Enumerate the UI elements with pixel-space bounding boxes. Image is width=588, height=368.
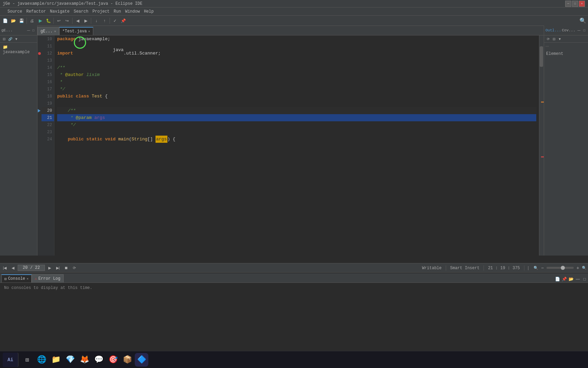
- refresh-btn[interactable]: ⟳: [71, 264, 78, 271]
- maximize-panel-btn[interactable]: □: [31, 28, 36, 33]
- taskbar-chrome-icon[interactable]: 🌐: [35, 353, 48, 367]
- right-minimize-btn[interactable]: —: [577, 28, 582, 33]
- right-view-menu-btn[interactable]: ▼: [557, 36, 562, 42]
- outline-tab[interactable]: Outl...: [545, 28, 561, 32]
- back-btn[interactable]: ◀: [74, 17, 81, 25]
- menu-search[interactable]: Search: [71, 9, 90, 15]
- bp-19: [37, 100, 42, 107]
- last-page-btn[interactable]: ▶|: [54, 264, 61, 271]
- taskbar-eclipse-icon[interactable]: 🔷: [135, 353, 148, 367]
- menu-project[interactable]: Project: [91, 9, 112, 15]
- error-log-icon: ⚠: [35, 276, 37, 281]
- menu-window[interactable]: Window: [123, 9, 142, 15]
- minimize-panel-btn[interactable]: —: [26, 28, 31, 33]
- open-task-btn[interactable]: ✓: [111, 17, 119, 25]
- taskbar-firefox-icon[interactable]: 🦊: [78, 353, 91, 367]
- console-open-btn[interactable]: 📂: [568, 276, 574, 282]
- menu-navigate[interactable]: Navigate: [48, 9, 72, 15]
- prev-page-btn[interactable]: ◀: [10, 264, 16, 271]
- code-24-paren: (: [129, 136, 132, 143]
- new-file-btn[interactable]: 📄: [1, 17, 9, 25]
- code-line-11: [57, 43, 536, 50]
- debug-btn[interactable]: 🐛: [45, 17, 52, 25]
- code-21-sp: [92, 114, 94, 121]
- insert-label: Smart Insert: [450, 266, 479, 271]
- bp-11: [37, 43, 42, 50]
- console-new-btn[interactable]: 📄: [554, 276, 561, 282]
- taskbar-files-icon[interactable]: 📁: [49, 353, 63, 367]
- right-maximize-btn[interactable]: □: [582, 28, 587, 33]
- search-toolbar-btn[interactable]: 🔍: [579, 17, 587, 25]
- cmt-22: */: [57, 121, 76, 128]
- ln-15: 15: [42, 71, 54, 78]
- first-page-btn[interactable]: |◀: [1, 264, 8, 271]
- taskbar-chat-icon[interactable]: 💬: [92, 353, 105, 367]
- undo-btn[interactable]: ↩: [55, 17, 63, 25]
- taskbar-grid-icon[interactable]: ⊞: [20, 353, 34, 367]
- minimize-btn[interactable]: —: [565, 1, 571, 7]
- collapse-all-right-btn[interactable]: ⊟: [551, 36, 557, 42]
- menu-source[interactable]: Source: [5, 9, 24, 15]
- console-minimize-btn[interactable]: —: [574, 276, 581, 282]
- cmt-20: /**: [57, 107, 76, 114]
- collapse-all-btn[interactable]: ⊟: [1, 36, 7, 42]
- scroll-thumb[interactable]: [540, 46, 543, 67]
- close-btn[interactable]: ✕: [579, 1, 585, 7]
- ln-18: 18: [42, 93, 54, 100]
- tab-ge[interactable]: gE... ✕: [37, 27, 59, 35]
- stop-btn[interactable]: ⏹: [63, 264, 69, 271]
- cmt-15a: *: [57, 71, 65, 78]
- zoom-thumb[interactable]: [561, 266, 565, 270]
- line-numbers: 10 11 12 13 14 15 16 17 18 19 20 21 22 2…: [42, 35, 54, 256]
- console-maximize-btn[interactable]: □: [581, 276, 588, 282]
- save-btn[interactable]: 💾: [18, 17, 25, 25]
- tab-test-java-close[interactable]: ✕: [88, 29, 90, 33]
- bp-12[interactable]: [37, 50, 42, 57]
- cmt-15b: lixim: [84, 71, 100, 78]
- package-explorer-header: gE... — □: [0, 26, 37, 35]
- taskbar-ruby-icon[interactable]: 💎: [63, 353, 77, 367]
- redo-btn[interactable]: ↪: [63, 17, 71, 25]
- print-btn[interactable]: 🖨: [28, 17, 36, 25]
- console-pin-btn[interactable]: 📌: [561, 276, 568, 282]
- toolbar-sep-3: [72, 18, 72, 24]
- vertical-scrollbar[interactable]: [539, 35, 544, 256]
- kw-static: static: [86, 136, 102, 143]
- code-content[interactable]: package javaexample; import java: [54, 35, 539, 256]
- tab-test-java[interactable]: *Test.java ✕: [59, 27, 93, 35]
- menu-help[interactable]: Help: [142, 9, 156, 15]
- link-editor-btn[interactable]: 🔗: [7, 36, 13, 42]
- taskbar-target-icon[interactable]: 🎯: [106, 353, 120, 367]
- bp-20[interactable]: [37, 107, 42, 114]
- console-tab[interactable]: ⊡ Console ✕: [1, 274, 32, 282]
- next-annotation-btn[interactable]: ↓: [93, 17, 100, 25]
- error-log-tab[interactable]: ⚠ Error Log: [32, 274, 63, 282]
- zoom-out-btn[interactable]: −: [539, 264, 546, 271]
- sync-btn[interactable]: ⟳: [545, 36, 551, 42]
- console-tab-close[interactable]: ✕: [27, 277, 29, 281]
- pin-btn[interactable]: 📌: [119, 17, 127, 25]
- code-line-13: [57, 57, 536, 64]
- run-btn[interactable]: ▶: [36, 17, 44, 25]
- package-tree-item[interactable]: 📁 javaexample: [1, 44, 36, 55]
- prev-annotation-btn[interactable]: ↑: [101, 17, 108, 25]
- maximize-btn[interactable]: ☐: [572, 1, 578, 7]
- ai-badge[interactable]: Ai: [3, 353, 18, 367]
- package-explorer-tab[interactable]: gE...: [1, 28, 13, 32]
- cmt-17: */: [57, 86, 65, 93]
- menu-run[interactable]: Run: [112, 9, 123, 15]
- bp-21: [37, 114, 42, 121]
- menu-bar: Source Refactor Navigate Search Project …: [0, 7, 588, 16]
- open-btn[interactable]: 📂: [10, 17, 17, 25]
- taskbar-package-icon[interactable]: 📦: [120, 353, 134, 367]
- zoom-slider[interactable]: [546, 267, 574, 269]
- coverage-tab[interactable]: Cov...: [562, 28, 575, 32]
- code-line-17: */: [57, 86, 536, 93]
- menu-refactor[interactable]: Refactor: [24, 9, 48, 15]
- view-menu-btn[interactable]: ▼: [14, 36, 19, 42]
- menu-file[interactable]: [1, 11, 5, 12]
- zoom-in-btn[interactable]: +: [574, 264, 581, 271]
- forward-btn[interactable]: ▶: [82, 17, 89, 25]
- tab-ge-close[interactable]: ✕: [54, 29, 56, 33]
- next-page-btn[interactable]: ▶: [46, 264, 53, 271]
